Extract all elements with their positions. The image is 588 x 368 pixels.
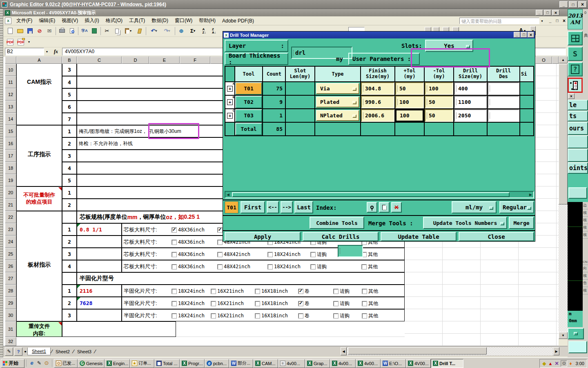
- checkbox-other[interactable]: 其他: [362, 310, 378, 322]
- checkbox-icon[interactable]: [298, 301, 303, 306]
- index-input[interactable]: [338, 245, 363, 257]
- side-frag[interactable]: 边: [583, 202, 588, 209]
- row-expand-icon[interactable]: +B: [225, 96, 234, 108]
- checkbox-icon[interactable]: [172, 301, 176, 306]
- redo-icon[interactable]: ↷▾: [161, 27, 173, 36]
- row-header-27[interactable]: 27: [5, 272, 16, 285]
- next-button[interactable]: -->: [281, 201, 293, 213]
- checkbox-icon[interactable]: [172, 252, 176, 257]
- checkbox-icon[interactable]: [298, 289, 303, 294]
- merge-button[interactable]: Merge: [509, 217, 534, 229]
- help-dropdown-icon[interactable]: ▼: [539, 18, 545, 24]
- checkbox-purchase[interactable]: 请购: [311, 248, 327, 260]
- total-button[interactable]: Total: [235, 123, 262, 135]
- checkbox-icon[interactable]: [255, 314, 260, 318]
- checkbox-48x42[interactable]: 48X42inch: [218, 260, 250, 273]
- task-button[interactable]: W部分...: [229, 359, 253, 368]
- email-icon[interactable]: ✉: [45, 27, 54, 36]
- table-scroll-thumb[interactable]: [232, 192, 510, 197]
- dialog-minimize-button[interactable]: _: [514, 32, 520, 38]
- cell-b31-merged[interactable]: [62, 321, 176, 337]
- minus-tol-t02[interactable]: 50: [425, 96, 453, 108]
- cell-c30[interactable]: [77, 309, 122, 321]
- col-header-d[interactable]: D: [122, 56, 149, 64]
- task-button[interactable]: XCAM...: [253, 359, 278, 368]
- cell-a-difficult[interactable]: 不可批量制作的难点项目: [16, 186, 62, 211]
- task-button-active[interactable]: XDrill T...: [431, 359, 463, 368]
- checkbox-icon[interactable]: [218, 265, 222, 269]
- menu-data[interactable]: 数据(D): [148, 16, 172, 25]
- side-frag[interactable]: 告: [583, 280, 588, 287]
- cell-b20[interactable]: 1: [62, 186, 77, 199]
- cell-b10[interactable]: 3: [62, 64, 77, 76]
- task-button[interactable]: ⊙已发...: [54, 359, 78, 368]
- hscroll-left-button[interactable]: ◀: [341, 347, 347, 355]
- checkbox-icon[interactable]: [255, 301, 260, 306]
- checkbox-icon[interactable]: [362, 301, 367, 306]
- panel-cyan-button[interactable]: [568, 341, 587, 353]
- dialog-maximize-button[interactable]: □: [521, 32, 527, 38]
- last-button[interactable]: Last: [294, 201, 313, 213]
- highlight-tool-icon[interactable]: [367, 202, 377, 213]
- pdf-convert-icon[interactable]: PDF: [6, 38, 15, 47]
- cut-icon[interactable]: ✂: [102, 27, 111, 36]
- menu-insert[interactable]: 插入(I): [81, 16, 102, 25]
- row-header-32[interactable]: 32: [5, 337, 16, 346]
- checkbox-16x18[interactable]: 16X18inch: [255, 285, 288, 297]
- panel-button-blank2[interactable]: [568, 149, 588, 162]
- excel-maximize-button[interactable]: □: [544, 10, 551, 16]
- side-frag[interactable]: 向: [583, 265, 588, 272]
- checkbox-48x36[interactable]: 48X36inch: [172, 248, 205, 260]
- cell-b28[interactable]: 1: [62, 285, 77, 297]
- row-header-14[interactable]: 14: [5, 113, 16, 125]
- row-expand-icon[interactable]: +A: [225, 82, 234, 95]
- hscroll-thumb[interactable]: [348, 347, 487, 355]
- tool-button-t02[interactable]: T02: [235, 96, 262, 108]
- row-header-10[interactable]: 10: [5, 64, 16, 76]
- checkbox-icon[interactable]: [334, 301, 338, 306]
- checkbox-icon[interactable]: [362, 265, 366, 269]
- row-header-30[interactable]: 30: [5, 309, 16, 321]
- checkbox-icon[interactable]: [172, 289, 176, 294]
- cell-b25[interactable]: 3: [62, 248, 77, 260]
- checkbox-18x24[interactable]: 18X24inch: [172, 310, 205, 322]
- drill-des-t01[interactable]: [488, 82, 519, 95]
- menu-help[interactable]: 帮助(H): [196, 16, 219, 25]
- print-preview-icon[interactable]: [67, 27, 76, 36]
- dialog-titlebar[interactable]: X Drill Tool Manager _ □ ×: [223, 31, 535, 38]
- format-painter-icon[interactable]: [135, 27, 144, 36]
- col-header-e[interactable]: E: [149, 56, 180, 64]
- checkbox-16x21[interactable]: 16X21inch: [211, 297, 244, 310]
- menu-format[interactable]: 格式(O): [102, 16, 126, 25]
- first-button[interactable]: First: [241, 201, 265, 213]
- task-button[interactable]: ≡4v00...: [278, 359, 305, 368]
- checkbox-other[interactable]: 其他: [362, 260, 378, 273]
- paste-icon[interactable]: ▾: [122, 27, 134, 36]
- row-header-18[interactable]: 18: [5, 162, 16, 174]
- apply-button[interactable]: Apply: [225, 232, 301, 241]
- tool-button-t01[interactable]: T01: [235, 82, 262, 95]
- task-button[interactable]: X4V00...: [406, 359, 431, 368]
- scroll-thumb[interactable]: [559, 64, 568, 204]
- row-header-20[interactable]: 20: [5, 186, 16, 199]
- scroll-up-button[interactable]: ▲: [559, 56, 568, 63]
- checkbox-icon[interactable]: [268, 265, 272, 269]
- close-button[interactable]: Close: [459, 232, 534, 241]
- cell-b13[interactable]: 6: [62, 101, 77, 113]
- fx-icon[interactable]: fx: [50, 48, 62, 56]
- side-frag[interactable]: 核: [583, 231, 588, 239]
- cell-b27[interactable]: [62, 272, 77, 285]
- panel-close-button[interactable]: ×: [568, 93, 575, 99]
- checkbox-icon[interactable]: [255, 289, 260, 294]
- serpentine-tool-icon[interactable]: S: [568, 47, 583, 61]
- help-toolbar-icon[interactable]: ?: [14, 348, 22, 356]
- col-header-c[interactable]: C: [77, 56, 122, 64]
- drill-size-t01[interactable]: 400: [454, 82, 487, 95]
- plus-tol-t02[interactable]: 100: [395, 96, 424, 108]
- delete-tool-icon[interactable]: ✕: [391, 202, 402, 213]
- finish-size-t03[interactable]: 2006.6: [361, 109, 394, 122]
- print-icon[interactable]: [58, 27, 67, 36]
- col-header-f[interactable]: F: [180, 56, 210, 64]
- spelling-icon[interactable]: 字A: [80, 27, 89, 36]
- checkbox-18x24[interactable]: 18X24inch: [268, 248, 301, 260]
